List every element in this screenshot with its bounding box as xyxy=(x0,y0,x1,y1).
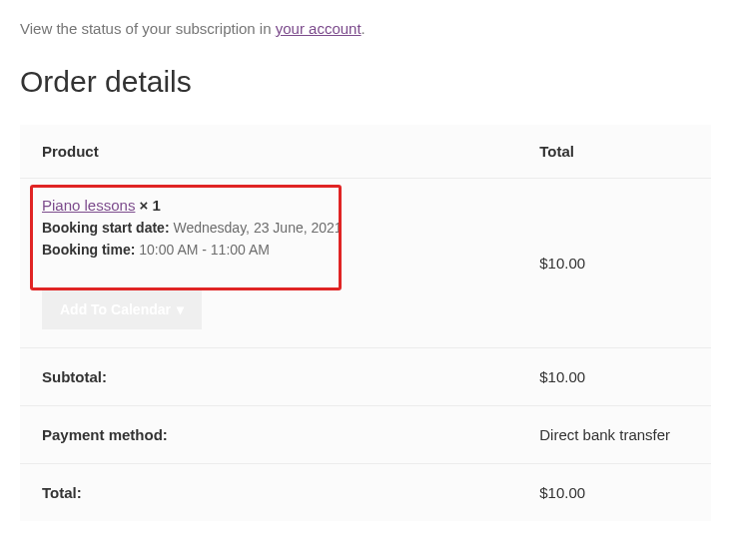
booking-date-label: Booking start date: xyxy=(42,220,170,236)
total-label: Total: xyxy=(20,464,517,522)
qty-separator: × xyxy=(135,197,152,214)
add-to-calendar-button[interactable]: Add To Calendar▾ xyxy=(42,289,202,329)
qty-value: 1 xyxy=(153,197,161,214)
your-account-link[interactable]: your account xyxy=(276,20,362,37)
subtotal-value: $10.00 xyxy=(517,348,711,406)
payment-method-row: Payment method: Direct bank transfer xyxy=(20,406,711,464)
table-row: Piano lessons × 1 Booking start date: We… xyxy=(20,179,711,348)
subtotal-label: Subtotal: xyxy=(20,348,517,406)
booking-date-value: Wednesday, 23 June, 2021 xyxy=(170,220,343,236)
total-value: $10.00 xyxy=(517,464,711,522)
product-cell: Piano lessons × 1 Booking start date: We… xyxy=(20,179,517,348)
booking-time-line: Booking time: 10:00 AM - 11:00 AM xyxy=(42,242,495,258)
header-total: Total xyxy=(517,125,711,179)
booking-time-label: Booking time: xyxy=(42,242,135,258)
order-details-table: Product Total Piano lessons × 1 Booking … xyxy=(20,125,711,521)
intro-suffix: . xyxy=(362,20,366,37)
chevron-down-icon: ▾ xyxy=(177,301,184,317)
header-product: Product xyxy=(20,125,517,179)
payment-method-label: Payment method: xyxy=(20,406,517,464)
product-link[interactable]: Piano lessons xyxy=(42,197,135,214)
page-title: Order details xyxy=(20,65,711,99)
product-total-cell: $10.00 xyxy=(517,179,711,348)
booking-date-line: Booking start date: Wednesday, 23 June, … xyxy=(42,220,495,236)
add-calendar-label: Add To Calendar xyxy=(60,301,171,317)
total-row: Total: $10.00 xyxy=(20,464,711,522)
payment-method-value: Direct bank transfer xyxy=(517,406,711,464)
intro-prefix: View the status of your subscription in xyxy=(20,20,276,37)
intro-text: View the status of your subscription in … xyxy=(20,20,711,37)
subtotal-row: Subtotal: $10.00 xyxy=(20,348,711,406)
booking-time-value: 10:00 AM - 11:00 AM xyxy=(135,242,270,258)
